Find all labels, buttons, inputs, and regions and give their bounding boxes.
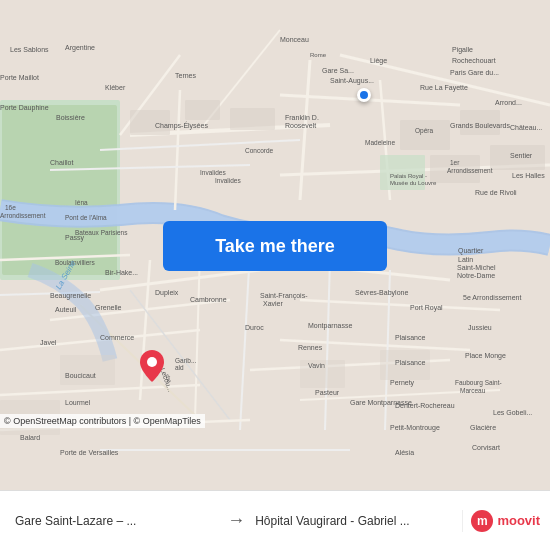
svg-text:Jussieu: Jussieu bbox=[468, 324, 492, 331]
svg-text:Notre-Dame: Notre-Dame bbox=[457, 272, 495, 279]
svg-text:Plaisance: Plaisance bbox=[395, 359, 425, 366]
svg-text:Champs-Élysées: Champs-Élysées bbox=[155, 121, 208, 130]
svg-text:Porte Maillot: Porte Maillot bbox=[0, 74, 39, 81]
svg-text:Rome: Rome bbox=[310, 52, 327, 58]
svg-text:16e: 16e bbox=[5, 204, 16, 211]
svg-text:Grenelle: Grenelle bbox=[95, 304, 122, 311]
svg-text:Liège: Liège bbox=[370, 57, 387, 65]
svg-text:Bir-Hake...: Bir-Hake... bbox=[105, 269, 138, 276]
moovit-icon: m bbox=[471, 510, 493, 532]
moovit-text: moovit bbox=[497, 513, 540, 528]
svg-text:Arrondissement: Arrondissement bbox=[0, 212, 46, 219]
svg-text:Pasteur: Pasteur bbox=[315, 389, 340, 396]
svg-text:Invalides: Invalides bbox=[215, 177, 241, 184]
map-container: Champs-Élysées Chaillot Franklin D. Roos… bbox=[0, 0, 550, 490]
svg-text:Invalides: Invalides bbox=[200, 169, 226, 176]
svg-text:Faubourg Saint-: Faubourg Saint- bbox=[455, 379, 502, 387]
route-from: Gare Saint-Lazare – ... bbox=[10, 514, 222, 528]
route-arrow-icon: → bbox=[222, 510, 250, 531]
svg-text:Concorde: Concorde bbox=[245, 147, 274, 154]
svg-text:Palais Royal -: Palais Royal - bbox=[390, 173, 427, 179]
svg-text:Sèvres-Babylone: Sèvres-Babylone bbox=[355, 289, 408, 297]
svg-text:Port Royal: Port Royal bbox=[410, 304, 443, 312]
svg-text:Place Monge: Place Monge bbox=[465, 352, 506, 360]
svg-text:Dentert-Rochereau: Dentert-Rochereau bbox=[395, 402, 455, 409]
svg-text:Montparnasse: Montparnasse bbox=[308, 322, 352, 330]
svg-text:Petit-Montrouge: Petit-Montrouge bbox=[390, 424, 440, 432]
svg-text:Gare Sa...: Gare Sa... bbox=[322, 67, 354, 74]
svg-text:Opéra: Opéra bbox=[415, 127, 433, 135]
svg-text:Arrondissement: Arrondissement bbox=[447, 167, 493, 174]
svg-point-133 bbox=[147, 357, 157, 367]
moovit-logo: m moovit bbox=[462, 510, 540, 532]
route-to: Hôpital Vaugirard - Gabriel ... bbox=[250, 514, 462, 528]
svg-text:Musée du Louvre: Musée du Louvre bbox=[390, 180, 437, 186]
svg-text:Alésia: Alésia bbox=[395, 449, 414, 456]
svg-text:Cambronne: Cambronne bbox=[190, 296, 227, 303]
svg-text:5e Arrondissement: 5e Arrondissement bbox=[463, 294, 521, 301]
svg-text:Bateaux Parisiens: Bateaux Parisiens bbox=[75, 229, 128, 236]
svg-text:Quartier: Quartier bbox=[458, 247, 484, 255]
svg-text:Plaisance: Plaisance bbox=[395, 334, 425, 341]
svg-text:Les Gobeli...: Les Gobeli... bbox=[493, 409, 532, 416]
svg-text:Sentier: Sentier bbox=[510, 152, 533, 159]
svg-text:Les Halles: Les Halles bbox=[512, 172, 545, 179]
svg-text:Latin: Latin bbox=[458, 256, 473, 263]
svg-text:Marceau: Marceau bbox=[460, 387, 486, 394]
svg-text:Saint-Michel: Saint-Michel bbox=[457, 264, 496, 271]
svg-text:Pernety: Pernety bbox=[390, 379, 415, 387]
svg-text:Roosevelt: Roosevelt bbox=[285, 122, 316, 129]
svg-text:Auteuil: Auteuil bbox=[55, 306, 77, 313]
map-attribution: © OpenStreetMap contributors | © OpenMap… bbox=[0, 414, 205, 428]
svg-text:Xavier: Xavier bbox=[263, 300, 284, 307]
svg-text:ald: ald bbox=[175, 364, 184, 371]
svg-text:Balard: Balard bbox=[20, 434, 40, 441]
svg-text:Ternes: Ternes bbox=[175, 72, 197, 79]
svg-text:Franklin D.: Franklin D. bbox=[285, 114, 319, 121]
svg-rect-37 bbox=[400, 120, 450, 150]
svg-text:Rue de Rivoli: Rue de Rivoli bbox=[475, 189, 517, 196]
svg-text:Saint-Augus...: Saint-Augus... bbox=[330, 77, 374, 85]
svg-text:Garib...: Garib... bbox=[175, 357, 197, 364]
svg-text:Rochechouart: Rochechouart bbox=[452, 57, 496, 64]
origin-marker bbox=[357, 88, 371, 102]
svg-text:Iéna: Iéna bbox=[75, 199, 88, 206]
destination-marker bbox=[140, 350, 164, 382]
svg-text:Commerce: Commerce bbox=[100, 334, 134, 341]
svg-text:Paris Gare du...: Paris Gare du... bbox=[450, 69, 499, 76]
svg-text:Vavin: Vavin bbox=[308, 362, 325, 369]
svg-text:Grands Boulevards: Grands Boulevards bbox=[450, 122, 510, 129]
svg-rect-36 bbox=[230, 108, 275, 130]
svg-text:Monceau: Monceau bbox=[280, 36, 309, 43]
svg-text:Rue La Fayette: Rue La Fayette bbox=[420, 84, 468, 92]
svg-text:Pont de l'Alma: Pont de l'Alma bbox=[65, 214, 107, 221]
svg-text:Château...: Château... bbox=[510, 124, 542, 131]
svg-text:Kléber: Kléber bbox=[105, 84, 126, 91]
svg-text:Saint-François-: Saint-François- bbox=[260, 292, 308, 300]
svg-text:Glacière: Glacière bbox=[470, 424, 496, 431]
svg-rect-2 bbox=[2, 105, 117, 275]
svg-text:Chaillot: Chaillot bbox=[50, 159, 73, 166]
svg-text:1er: 1er bbox=[450, 159, 460, 166]
svg-rect-42 bbox=[60, 355, 115, 385]
svg-text:Boucicaut: Boucicaut bbox=[65, 372, 96, 379]
svg-text:Porte de Versailles: Porte de Versailles bbox=[60, 449, 119, 456]
svg-text:Pigalle: Pigalle bbox=[452, 46, 473, 54]
svg-text:Arrond...: Arrond... bbox=[495, 99, 522, 106]
svg-text:Dupleix: Dupleix bbox=[155, 289, 179, 297]
svg-text:Lourmel: Lourmel bbox=[65, 399, 91, 406]
svg-text:Corvisart: Corvisart bbox=[472, 444, 500, 451]
bottom-bar: Gare Saint-Lazare – ... → Hôpital Vaugir… bbox=[0, 490, 550, 550]
svg-text:Beaugrenelle: Beaugrenelle bbox=[50, 292, 91, 300]
svg-text:Rennes: Rennes bbox=[298, 344, 323, 351]
svg-text:Madeleine: Madeleine bbox=[365, 139, 395, 146]
svg-text:Boissière: Boissière bbox=[56, 114, 85, 121]
svg-text:Les Sablons: Les Sablons bbox=[10, 46, 49, 53]
svg-text:Javel: Javel bbox=[40, 339, 57, 346]
svg-text:Duroc: Duroc bbox=[245, 324, 264, 331]
svg-text:Argentine: Argentine bbox=[65, 44, 95, 52]
take-me-there-button[interactable]: Take me there bbox=[163, 221, 387, 271]
svg-rect-35 bbox=[185, 100, 220, 120]
svg-text:Porte Dauphine: Porte Dauphine bbox=[0, 104, 49, 112]
